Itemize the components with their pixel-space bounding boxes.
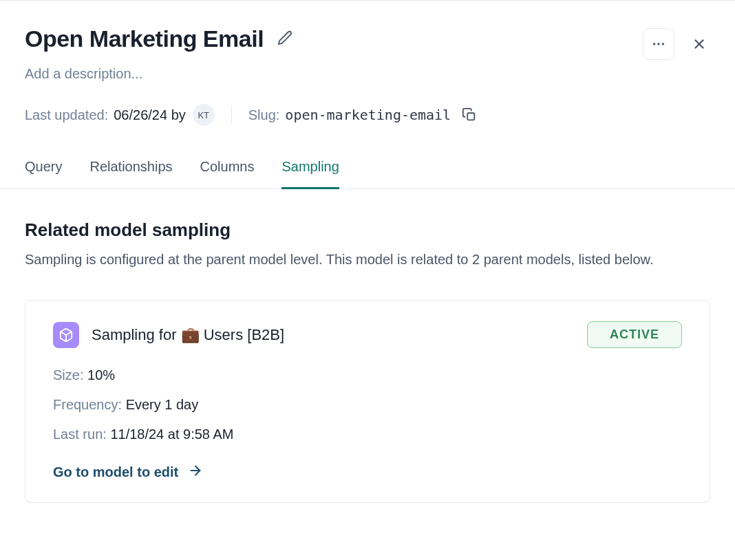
- section-subtitle: Sampling is configured at the parent mod…: [25, 249, 685, 270]
- section-related-model-sampling: Related model sampling Sampling is confi…: [25, 219, 710, 503]
- slug-label: Slug:: [248, 107, 280, 123]
- arrow-right-icon: [188, 463, 203, 482]
- slug-value: open-marketing-email: [285, 107, 451, 123]
- divider: [231, 105, 232, 125]
- sampling-card: Sampling for 💼 Users [B2B] ACTIVE Size: …: [25, 300, 710, 503]
- copy-slug-button[interactable]: [462, 107, 477, 122]
- avatar: KT: [193, 104, 215, 126]
- header: Open Marketing Email Add a description..…: [25, 25, 710, 82]
- lastrun-value: 11/18/24 at 9:58 AM: [110, 427, 233, 442]
- lastrun-label: Last run:: [53, 427, 107, 442]
- model-icon: [53, 322, 79, 348]
- frequency-row: Frequency: Every 1 day: [53, 397, 682, 413]
- tab-relationships[interactable]: Relationships: [89, 159, 172, 189]
- size-value: 10%: [87, 367, 115, 383]
- more-actions-button[interactable]: [643, 28, 674, 60]
- go-to-model-link[interactable]: Go to model to edit: [53, 463, 203, 482]
- svg-point-1: [657, 43, 659, 45]
- go-to-model-label: Go to model to edit: [53, 464, 178, 480]
- status-badge: ACTIVE: [587, 321, 682, 348]
- sampling-card-title: Sampling for 💼 Users [B2B]: [92, 326, 284, 344]
- size-row: Size: 10%: [53, 367, 682, 383]
- section-title: Related model sampling: [25, 219, 710, 241]
- page-title: Open Marketing Email: [25, 25, 264, 52]
- close-button[interactable]: [688, 33, 710, 55]
- tab-query[interactable]: Query: [25, 159, 62, 189]
- tabs: Query Relationships Columns Sampling: [0, 159, 735, 189]
- edit-title-icon[interactable]: [277, 30, 292, 48]
- lastrun-row: Last run: 11/18/24 at 9:58 AM: [53, 427, 682, 442]
- tab-columns[interactable]: Columns: [200, 159, 255, 189]
- svg-point-2: [662, 43, 664, 45]
- tab-sampling[interactable]: Sampling: [281, 159, 339, 189]
- description-placeholder[interactable]: Add a description...: [25, 66, 643, 82]
- frequency-value: Every 1 day: [126, 397, 199, 412]
- last-updated-value: 06/26/24 by: [114, 107, 186, 123]
- meta-row: Last updated: 06/26/24 by KT Slug: open-…: [25, 104, 710, 126]
- svg-rect-5: [467, 113, 474, 120]
- size-label: Size:: [53, 367, 83, 383]
- last-updated-label: Last updated:: [25, 107, 108, 123]
- svg-point-0: [653, 43, 655, 45]
- frequency-label: Frequency:: [53, 397, 122, 412]
